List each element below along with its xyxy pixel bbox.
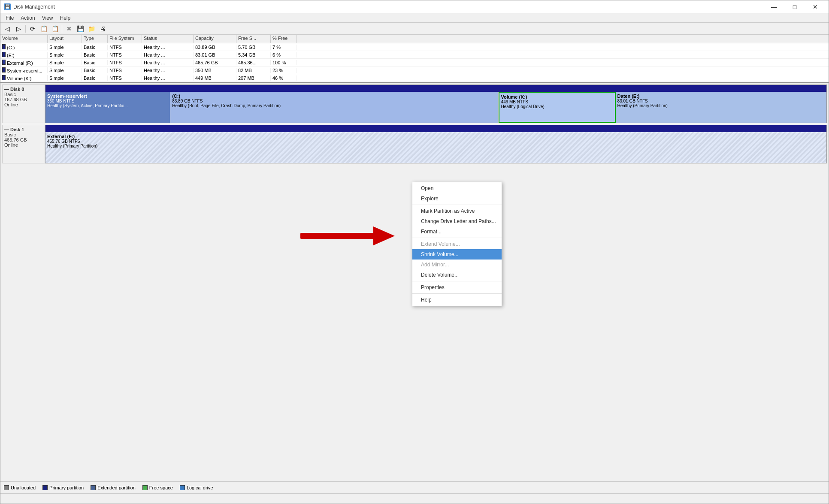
disk1-type: Basic [4, 132, 43, 137]
volume-table: Volume Layout Type File System Status Ca… [0, 35, 829, 83]
cell-capacity: 83.89 GB [194, 45, 236, 50]
ctx-item-extend-volume: Extend Volume... [412, 239, 502, 249]
vol-icon [2, 52, 6, 57]
ctx-item-properties[interactable]: Properties [412, 282, 502, 293]
cell-status: Healthy ... [142, 75, 194, 81]
legend-primary: Primary partition [42, 485, 84, 490]
table-row[interactable]: (C:) Simple Basic NTFS Healthy ... 83.89… [0, 43, 829, 51]
menu-file[interactable]: File [2, 14, 17, 22]
col-header-fs[interactable]: File System [108, 35, 142, 43]
ctx-item-mark-active[interactable]: Mark Partition as Active [412, 206, 502, 216]
cell-free: 82 MB [236, 68, 271, 73]
cell-capacity: 465.76 GB [194, 60, 236, 65]
legend-primary-box [42, 485, 48, 490]
partition-k-health: Healthy (Logical Drive) [501, 104, 613, 109]
disk1-title: — Disk 1 [4, 127, 43, 132]
context-menu-separator [412, 205, 502, 205]
ctx-item-shrink-volume[interactable]: Shrink Volume... [412, 249, 502, 260]
window-controls: — □ ✕ [764, 0, 825, 13]
close-button[interactable]: ✕ [805, 0, 825, 13]
toolbar-btn6[interactable]: 🖨 [97, 24, 108, 33]
menu-action[interactable]: Action [17, 14, 38, 22]
col-header-status[interactable]: Status [142, 35, 194, 43]
partition-e-size: 83.01 GB NTFS [617, 99, 825, 103]
context-menu-separator [412, 293, 502, 294]
minimize-button[interactable]: — [764, 0, 784, 13]
vol-icon [2, 44, 6, 49]
vol-icon [2, 67, 6, 72]
menu-help[interactable]: Help [57, 14, 74, 22]
col-header-layout[interactable]: Layout [48, 35, 82, 43]
disk0-partition-e[interactable]: Daten (E:) 83.01 GB NTFS Healthy (Primar… [616, 92, 826, 123]
disk0-row: — Disk 0 Basic 167.68 GB Online System-r… [2, 85, 827, 123]
toolbar-btn5[interactable]: 📁 [86, 24, 97, 33]
disk0-parts-row: System-reserviert 350 MB NTFS Healthy (S… [45, 92, 826, 123]
disk0-partition-k[interactable]: Volume (K:) 449 MB NTFS Healthy (Logical… [499, 92, 616, 123]
cell-status: Healthy ... [142, 60, 194, 65]
ctx-item-open[interactable]: Open [412, 183, 502, 193]
disk0-header-bar [45, 85, 826, 92]
toolbar-refresh[interactable]: ⟳ [27, 24, 38, 33]
cell-capacity: 350 MB [194, 68, 236, 73]
cell-layout: Simple [48, 52, 82, 57]
cell-status: Healthy ... [142, 68, 194, 73]
cell-layout: Simple [48, 68, 82, 73]
table-row[interactable]: Volume (K:) Simple Basic NTFS Healthy ..… [0, 74, 829, 82]
toolbar-forward[interactable]: ▷ [13, 24, 24, 33]
col-header-capacity[interactable]: Capacity [194, 35, 236, 43]
cell-free: 5.34 GB [236, 52, 271, 57]
table-row[interactable]: (E:) Simple Basic NTFS Healthy ... 83.01… [0, 51, 829, 59]
context-menu-separator [412, 281, 502, 281]
cell-layout: Simple [48, 75, 82, 81]
col-header-free[interactable]: Free S... [236, 35, 271, 43]
window-title: Disk Management [13, 4, 55, 10]
partition-e-name: Daten (E:) [617, 94, 825, 99]
col-header-volume[interactable]: Volume [0, 35, 48, 43]
cell-volume: External (F:) [0, 60, 48, 66]
ctx-item-delete-volume[interactable]: Delete Volume... [412, 270, 502, 280]
maximize-button[interactable]: □ [785, 0, 805, 13]
table-row[interactable]: External (F:) Simple Basic NTFS Healthy … [0, 59, 829, 66]
disk0-size: 167.68 GB [4, 97, 43, 102]
toolbar-back[interactable]: ◁ [2, 24, 12, 33]
col-header-type[interactable]: Type [82, 35, 108, 43]
legend-unallocated-label: Unallocated [11, 485, 36, 490]
legend-unallocated: Unallocated [4, 485, 36, 490]
cell-pct: 6 % [271, 52, 297, 57]
toolbar-btn1[interactable]: 📋 [39, 24, 49, 33]
ctx-item-format[interactable]: Format... [412, 226, 502, 237]
cell-type: Basic [82, 52, 108, 57]
table-row[interactable]: System-reservi... Simple Basic NTFS Heal… [0, 66, 829, 74]
ctx-item-help[interactable]: Help [412, 295, 502, 305]
disk0-partition-c[interactable]: (C:) 83.89 GB NTFS Healthy (Boot, Page F… [170, 92, 498, 123]
status-bar [0, 493, 829, 504]
disk0-partitions: System-reserviert 350 MB NTFS Healthy (S… [45, 85, 827, 123]
disk1-header-bar [45, 125, 826, 132]
ctx-item-explore[interactable]: Explore [412, 193, 502, 204]
disk1-partition-external[interactable]: External (F:) 465.76 GB NTFS Healthy (Pr… [45, 132, 826, 163]
legend-extended: Extended partition [91, 485, 136, 490]
toolbar-btn2[interactable]: 📋 [50, 24, 60, 33]
menu-view[interactable]: View [39, 14, 57, 22]
cell-volume: System-reservi... [0, 67, 48, 73]
context-menu-separator [412, 238, 502, 238]
cell-capacity: 83.01 GB [194, 52, 236, 57]
table-body: (C:) Simple Basic NTFS Healthy ... 83.89… [0, 43, 829, 82]
legend-primary-label: Primary partition [49, 485, 84, 490]
legend-logical-label: Logical drive [187, 485, 213, 490]
vol-icon [2, 75, 6, 80]
partition-external-name: External (F:) [47, 134, 825, 139]
cell-capacity: 449 MB [194, 75, 236, 81]
toolbar-btn3: ✖ [64, 24, 74, 33]
cell-pct: 100 % [271, 60, 297, 65]
disk0-partition-system[interactable]: System-reserviert 350 MB NTFS Healthy (S… [45, 92, 170, 123]
legend-bar: Unallocated Primary partition Extended p… [0, 481, 829, 493]
col-header-pct[interactable]: % Free [271, 35, 297, 43]
toolbar-btn4[interactable]: 💾 [75, 24, 85, 33]
legend-unallocated-box [4, 485, 9, 490]
legend-free: Free space [142, 485, 173, 490]
ctx-item-change-drive[interactable]: Change Drive Letter and Paths... [412, 216, 502, 226]
legend-extended-box [91, 485, 96, 490]
partition-c-name: (C:) [172, 94, 496, 99]
disk1-partitions: External (F:) 465.76 GB NTFS Healthy (Pr… [45, 125, 827, 163]
